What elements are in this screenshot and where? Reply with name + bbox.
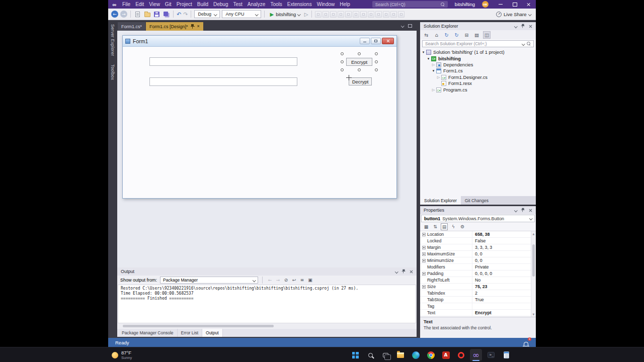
- panel-tab-output[interactable]: Output: [202, 329, 223, 337]
- live-share-button[interactable]: Live Share: [496, 12, 533, 17]
- expand-icon[interactable]: [422, 272, 426, 276]
- open-file-icon[interactable]: [143, 11, 151, 18]
- expander-icon[interactable]: ▷: [431, 63, 436, 67]
- navigate-back-icon[interactable]: ←: [111, 11, 118, 18]
- expand-icon[interactable]: [422, 252, 426, 256]
- align-centers-icon[interactable]: [323, 11, 329, 18]
- clear-all-icon[interactable]: ⊘: [283, 277, 289, 284]
- chevron-down-icon[interactable]: [401, 24, 404, 27]
- close-icon[interactable]: [410, 270, 413, 274]
- weather-widget[interactable]: 87°F Sunny: [112, 349, 132, 360]
- designer-surface[interactable]: Form1 Encrypt: [117, 31, 417, 267]
- bring-to-front-icon[interactable]: [390, 11, 397, 18]
- align-tops-icon[interactable]: [338, 11, 344, 18]
- expand-icon[interactable]: [422, 233, 426, 236]
- vertical-scrollbar[interactable]: ▲ ▼: [531, 231, 536, 317]
- pin-icon[interactable]: [402, 269, 406, 274]
- panel-tab-error-list[interactable]: Error List: [178, 329, 202, 337]
- selection-handle[interactable]: [358, 52, 361, 55]
- menu-item-extensions[interactable]: Extensions: [285, 0, 314, 9]
- send-to-back-icon[interactable]: [398, 11, 405, 18]
- property-row-locked[interactable]: LockedFalse: [420, 238, 531, 244]
- menu-item-tools[interactable]: Tools: [268, 0, 284, 9]
- property-value[interactable]: Encrypt: [472, 310, 531, 316]
- expander-icon[interactable]: ▾: [421, 50, 426, 54]
- sync-icon[interactable]: ↻: [453, 31, 460, 39]
- menu-item-debug[interactable]: Debug: [211, 0, 230, 9]
- align-middles-icon[interactable]: [345, 11, 352, 18]
- close-icon[interactable]: [529, 209, 532, 212]
- output-source-dropdown[interactable]: Package Manager: [160, 277, 258, 284]
- selection-handle[interactable]: [375, 68, 378, 71]
- property-row-size[interactable]: Size75, 23: [420, 284, 531, 290]
- property-row-location[interactable]: Location658, 38: [420, 231, 531, 238]
- task-view-icon[interactable]: [379, 349, 391, 361]
- expand-icon[interactable]: [422, 285, 426, 289]
- scrollbar-thumb[interactable]: [123, 325, 274, 327]
- acrobat-icon[interactable]: [440, 349, 452, 361]
- property-value[interactable]: 0, 0: [472, 257, 531, 263]
- messages-list-icon[interactable]: ≡: [299, 277, 305, 284]
- navigate-forward-icon[interactable]: →: [120, 11, 127, 18]
- chevron-down-icon[interactable]: [395, 270, 398, 273]
- preview-selected-items-icon[interactable]: ◫: [483, 31, 491, 39]
- form-client-area[interactable]: Encrypt Decrypt: [123, 47, 396, 198]
- horizontal-spacing-icon[interactable]: [375, 11, 382, 18]
- tree-item-form1-resx[interactable]: Form1.resx: [420, 80, 536, 86]
- align-bottoms-icon[interactable]: [353, 11, 359, 18]
- expand-icon[interactable]: [422, 246, 426, 249]
- expander-icon[interactable]: ▾: [426, 57, 431, 61]
- notepad-icon[interactable]: [500, 349, 512, 361]
- terminal-icon[interactable]: [485, 349, 497, 361]
- panel-tab-git-changes[interactable]: Git Changes: [461, 196, 493, 205]
- properties-icon[interactable]: ▤: [441, 223, 448, 230]
- alphabetical-icon[interactable]: ⇅: [432, 223, 439, 230]
- close-icon[interactable]: ×: [197, 24, 200, 29]
- property-row-tag[interactable]: Tag: [420, 303, 531, 310]
- property-row-margin[interactable]: Margin3, 3, 3, 3: [420, 244, 531, 251]
- decrypt-button[interactable]: Decrypt: [349, 77, 372, 85]
- minimize-button[interactable]: [494, 0, 508, 9]
- property-value[interactable]: 75, 23: [472, 284, 531, 290]
- doc-tab-form1-cs[interactable]: Form1.cs*: [118, 22, 145, 31]
- account-avatar[interactable]: HK: [482, 1, 489, 8]
- property-value[interactable]: 3, 3, 3, 3: [472, 244, 531, 250]
- redo-icon[interactable]: ↷: [183, 11, 188, 18]
- make-same-height-icon[interactable]: [368, 11, 374, 18]
- vertical-spacing-icon[interactable]: [383, 11, 389, 18]
- side-tab-server-explorer[interactable]: Server Explorer: [110, 24, 115, 56]
- horizontal-scrollbar[interactable]: [118, 324, 416, 328]
- property-value[interactable]: 0, 0: [472, 251, 531, 257]
- property-value[interactable]: False: [472, 238, 531, 244]
- property-row-righttoleft[interactable]: RightToLeftNo: [420, 277, 531, 284]
- property-row-tabindex[interactable]: TabIndex2: [420, 290, 531, 297]
- property-value[interactable]: No: [472, 277, 531, 283]
- output-text[interactable]: Restored C:\Users\923400221916\source\re…: [118, 285, 416, 323]
- save-icon[interactable]: [153, 11, 160, 18]
- start-without-debugging-icon[interactable]: ▷: [304, 12, 308, 17]
- property-value[interactable]: [472, 303, 531, 309]
- selection-handle[interactable]: [341, 52, 344, 55]
- property-value[interactable]: True: [472, 297, 531, 303]
- textbox1[interactable]: [149, 57, 297, 66]
- new-file-icon[interactable]: [134, 11, 141, 18]
- start-icon[interactable]: [349, 349, 361, 361]
- switch-views-icon[interactable]: ⇆: [423, 31, 430, 39]
- pin-icon[interactable]: [521, 24, 525, 29]
- tree-item-program-cs[interactable]: ▷Program.cs: [420, 86, 536, 93]
- expander-icon[interactable]: ▷: [431, 88, 436, 92]
- tree-item-dependencies[interactable]: ▷Dependencies: [420, 62, 536, 68]
- tree-item-bitshifting[interactable]: ▾bitshifting: [420, 55, 536, 61]
- property-row-tabstop[interactable]: TabStopTrue: [420, 297, 531, 303]
- doc-tab-form1-cs-design[interactable]: Form1.cs [Design]*×: [146, 22, 203, 31]
- solution-platforms-dropdown[interactable]: Any CPU: [222, 10, 261, 18]
- pin-icon[interactable]: [521, 208, 525, 213]
- object-selector-dropdown[interactable]: button1 System.Windows.Forms.Button: [421, 215, 535, 222]
- visual-studio-icon[interactable]: [470, 349, 482, 361]
- property-value[interactable]: Private: [472, 264, 531, 270]
- tree-item-solution-bitshifting-1-of-1-project[interactable]: ▾Solution 'bitshifting' (1 of 1 project): [420, 49, 536, 55]
- search-icon[interactable]: [364, 349, 376, 361]
- selection-handle[interactable]: [341, 60, 344, 63]
- pin-icon[interactable]: [191, 24, 195, 29]
- file-explorer-icon[interactable]: [394, 349, 407, 361]
